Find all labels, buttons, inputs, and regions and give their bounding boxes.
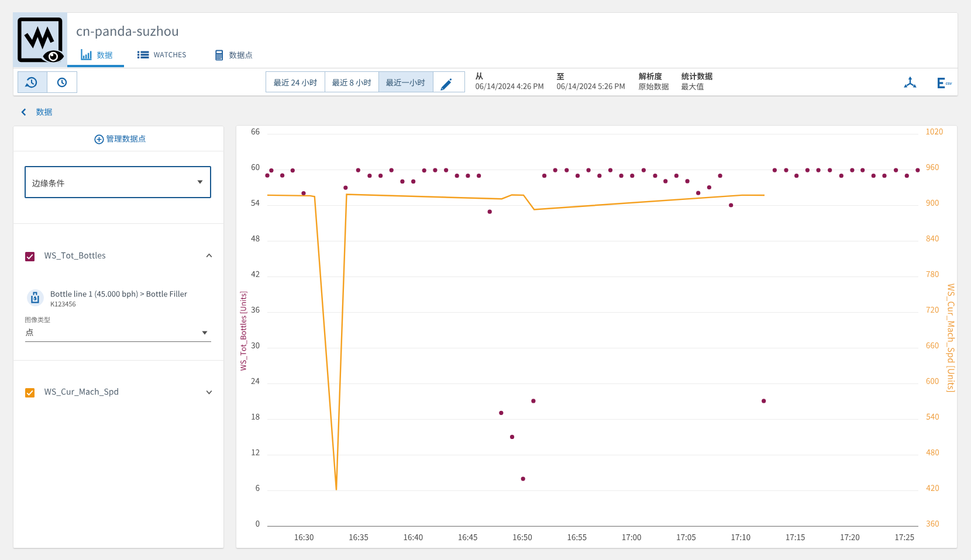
svg-text:csv: csv xyxy=(946,81,952,85)
